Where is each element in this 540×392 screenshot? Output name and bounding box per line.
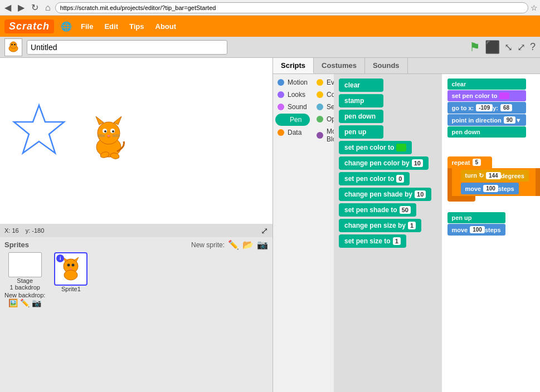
block-change-pen-size-by[interactable]: change pen size by 1 (339, 219, 421, 232)
assembled-stack-1: clear set pen color to go to x: -109 y: … (447, 79, 526, 138)
block-set-pen-shade-to[interactable]: set pen shade to 50 (339, 203, 416, 217)
category-events[interactable]: Events (312, 76, 334, 89)
x-coord-label: X: 16 (4, 227, 19, 234)
stage-info-label: Stage 1 backdrop (9, 277, 40, 291)
block-pen-down[interactable]: pen down (339, 110, 383, 123)
back-button[interactable]: ◀ (2, 1, 13, 14)
menu-about[interactable]: About (153, 21, 179, 32)
svg-point-21 (64, 270, 77, 280)
script-workspace[interactable]: clear set pen color to go to x: -109 y: … (442, 74, 541, 392)
motion-dot (278, 79, 284, 86)
sound-label: Sound (288, 103, 307, 111)
category-moreblocks[interactable]: More Blocks (312, 125, 334, 145)
control-dot (317, 91, 323, 98)
looks-dot (278, 91, 284, 98)
category-control[interactable]: Control (312, 89, 334, 101)
block-set-pen-color-to-color[interactable]: set pen color to (339, 141, 412, 154)
url-bar[interactable] (55, 2, 528, 13)
menu-file[interactable]: File (79, 21, 95, 32)
category-sound[interactable]: Sound (273, 101, 312, 113)
category-operators[interactable]: Operators (312, 113, 334, 125)
motion-label: Motion (288, 79, 308, 86)
forward-button[interactable]: ▶ (16, 1, 27, 14)
camera-sprite-button[interactable]: 📷 (257, 239, 268, 250)
svg-point-11 (104, 130, 106, 133)
block-clear[interactable]: clear (339, 79, 383, 92)
ws-block-goto[interactable]: go to x: -109 y: 68 (447, 102, 526, 114)
operators-label: Operators (327, 115, 334, 123)
stage-coordinates: X: 16 y: -180 ⤢ (0, 224, 273, 237)
tab-scripts[interactable]: Scripts (273, 58, 314, 74)
ws-block-pen-down[interactable]: pen down (447, 126, 526, 138)
globe-icon[interactable]: 🌐 (61, 21, 72, 32)
upload-sprite-button[interactable]: 📂 (242, 239, 254, 250)
new-backdrop-label: New backdrop: (4, 292, 45, 298)
topbar: Scratch 🌐 File Edit Tips About (0, 16, 540, 37)
svg-marker-4 (14, 105, 64, 153)
paint-sprite-button[interactable]: ✏️ (228, 239, 239, 250)
reload-button[interactable]: ↻ (29, 1, 41, 14)
ws-block-repeat[interactable]: repeat 5 (447, 156, 492, 168)
moreblocks-dot (317, 132, 323, 139)
tab-costumes[interactable]: Costumes (314, 58, 365, 74)
block-set-pen-color-to-num[interactable]: set pen color to 0 (339, 172, 410, 185)
stage-thumbnail (8, 252, 42, 277)
sprites-label: Sprites (4, 241, 29, 249)
right-categories: Events Control Sensing Operators (312, 76, 334, 145)
ws-block-move-after[interactable]: move 100 steps (447, 224, 505, 236)
sprite1-name: Sprite1 (61, 286, 81, 292)
menu-tips[interactable]: Tips (127, 21, 147, 32)
block-change-pen-shade-by[interactable]: change pen shade by 10 (339, 188, 431, 201)
ws-block-clear[interactable]: clear (447, 79, 526, 90)
block-set-pen-size-to[interactable]: set pen size to 1 (339, 234, 406, 248)
stop-button[interactable]: ⬛ (485, 40, 500, 55)
ws-block-set-pen-color[interactable]: set pen color to (447, 90, 526, 101)
ws-block-turn[interactable]: turn ↻ 144 degrees (461, 170, 529, 182)
camera-backdrop-button[interactable]: 📷 (32, 298, 41, 307)
sprite1-thumbnail: i (54, 252, 87, 286)
stage-cat-sprite (84, 114, 134, 165)
data-label: Data (288, 129, 301, 136)
scratch-logo[interactable]: Scratch (4, 19, 54, 33)
block-stamp[interactable]: stamp (339, 94, 383, 107)
assembled-stack-3: pen up move 100 steps (447, 212, 505, 236)
help-icon[interactable]: ? (530, 41, 536, 53)
ws-block-pen-up[interactable]: pen up (447, 212, 505, 223)
upload-backdrop-button[interactable]: ✏️ (20, 298, 30, 307)
svg-point-1 (10, 42, 17, 48)
main-layout: X: 16 y: -180 ⤢ Sprites New sprite: ✏️ 📂… (0, 58, 540, 392)
block-change-pen-color-by[interactable]: change pen color by 10 (339, 156, 429, 170)
paint-backdrop-button[interactable]: 🖼️ (8, 298, 18, 307)
moreblocks-label: More Blocks (327, 128, 334, 143)
home-button[interactable]: ⌂ (43, 2, 53, 14)
ws-block-point-in-direction[interactable]: point in direction 90▼ (447, 114, 526, 126)
tab-sounds[interactable]: Sounds (365, 58, 408, 74)
svg-point-2 (11, 43, 13, 45)
project-title-input[interactable] (27, 40, 227, 55)
stage-item[interactable]: Stage 1 backdrop New backdrop: 🖼️ ✏️ 📷 (4, 252, 45, 307)
svg-marker-7 (96, 116, 104, 125)
category-motion[interactable]: Motion (273, 76, 312, 89)
block-pen-up[interactable]: pen up (339, 125, 383, 139)
svg-point-25 (72, 264, 75, 267)
script-body: Motion Looks Sound Pen (273, 74, 540, 392)
blocks-area: clear stamp pen down pen up set pen colo… (334, 74, 442, 392)
pen-label: Pen (290, 116, 301, 124)
menu-edit[interactable]: Edit (102, 21, 120, 32)
category-data[interactable]: Data (273, 126, 312, 139)
grow-icon[interactable]: ⤢ (517, 41, 526, 53)
bookmark-icon[interactable]: ☆ (531, 3, 538, 12)
block-categories: Motion Looks Sound Pen (273, 74, 334, 392)
sprite-item-sprite1[interactable]: i Sprite1 (54, 252, 87, 292)
green-flag-button[interactable]: ⚑ (469, 40, 480, 55)
ws-block-move-inner[interactable]: move 100 steps (461, 183, 519, 194)
category-pen[interactable]: Pen (275, 114, 310, 126)
categories-grid: Motion Looks Sound Pen (273, 76, 334, 145)
sprite-area-header: Sprites New sprite: ✏️ 📂 📷 (4, 239, 268, 250)
category-looks[interactable]: Looks (273, 89, 312, 101)
shrink-icon[interactable]: ⤡ (504, 41, 513, 53)
expand-icon[interactable]: ⤢ (261, 226, 268, 236)
events-label: Events (327, 79, 334, 86)
svg-marker-8 (114, 116, 121, 125)
category-sensing[interactable]: Sensing (312, 101, 334, 113)
